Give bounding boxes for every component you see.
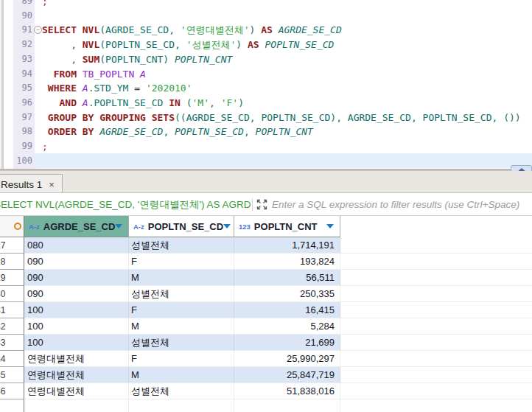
cell-popltn-se-cd[interactable]: M: [129, 270, 234, 285]
cell-agrde-se-cd[interactable]: 100: [24, 302, 129, 318]
cell-popltn-cnt[interactable]: 25,990,297: [234, 351, 340, 366]
column-header-label: POPLTN_CNT: [254, 221, 326, 232]
cell-popltn-cnt[interactable]: 21,699: [234, 335, 340, 350]
cell-popltn-se-cd[interactable]: 성별전체: [129, 237, 234, 253]
cell-popltn-cnt[interactable]: 250,335: [234, 286, 340, 301]
cell-agrde-se-cd[interactable]: 080: [24, 237, 129, 253]
sql-line[interactable]: 98 ORDER BY AGRDE_SE_CD, POPLTN_SE_CD, P…: [0, 125, 532, 139]
results-filter-bar: SELECT NVL(AGRDE_SE_CD, '연령대별전체') AS AGR…: [0, 193, 532, 216]
cell-agrde-se-cd[interactable]: 090: [24, 286, 129, 301]
column-header-label: POPLTN_SE_CD: [148, 221, 223, 232]
column-filter-dropdown-icon[interactable]: [223, 224, 231, 228]
results-grid: A-zAGRDE_SE_CDA-zPOPLTN_SE_CD123POPLTN_C…: [0, 216, 532, 412]
cell-popltn-cnt[interactable]: 25,847,719: [234, 367, 340, 383]
column-header-label: AGRDE_SE_CD: [43, 221, 116, 232]
row-filler: [340, 286, 532, 301]
row-filler: [340, 335, 532, 350]
results-tab-label: Results 1: [1, 179, 42, 190]
cell-popltn-se-cd[interactable]: F: [129, 351, 234, 366]
cell-popltn-se-cd[interactable]: F: [129, 254, 234, 269]
sql-code-text: ORDER BY AGRDE_SE_CD, POPLTN_SE_CD, POPL…: [42, 125, 313, 139]
executed-query-text-clip: SELECT NVL(AGRDE_SE_CD, '연령대별전체') AS AGR…: [0, 198, 251, 212]
cell-popltn-se-cd[interactable]: M: [129, 318, 234, 334]
table-row: 34연령대별전체F25,990,297: [0, 351, 532, 367]
row-number-cell[interactable]: 35: [0, 367, 24, 383]
sql-code-text: AND A.POPLTN_SE_CD IN ('M', 'F'): [42, 96, 244, 111]
empty-cell: [24, 399, 129, 412]
sql-line[interactable]: 89;: [0, 0, 532, 9]
alpha-type-icon: A-z: [133, 223, 144, 231]
column-filter-dropdown-icon[interactable]: [115, 224, 122, 228]
sql-line[interactable]: 97 GROUP BY GROUPING SETS((AGRDE_SE_CD, …: [0, 111, 532, 125]
dbeaver-sql-editor-window: 89;9091SELECT NVL(AGRDE_SE_CD, '연령대별전체')…: [0, 0, 532, 412]
sql-line[interactable]: 93 , SUM(POPLTN_CNT) POPLTN_CNT: [0, 52, 532, 67]
results-tab-bar: Results 1 ×: [0, 171, 532, 193]
sql-line[interactable]: 91SELECT NVL(AGRDE_SE_CD, '연령대별전체') AS A…: [0, 23, 532, 38]
sql-line[interactable]: 96 AND A.POPLTN_SE_CD IN ('M', 'F'): [0, 96, 532, 111]
table-row: 32100M5,284: [0, 318, 532, 335]
executed-query-text: SELECT NVL(AGRDE_SE_CD, '연령대별전체') AS AGR…: [0, 198, 251, 212]
cell-popltn-cnt[interactable]: 56,511: [234, 270, 340, 285]
row-filler: [340, 318, 532, 334]
row-number-cell[interactable]: 32: [0, 318, 24, 335]
cell-popltn-se-cd[interactable]: 성별전체: [129, 383, 234, 399]
column-header-popltn_se_cd[interactable]: A-zPOPLTN_SE_CD: [129, 216, 234, 237]
tab-results-1[interactable]: Results 1 ×: [0, 174, 63, 193]
cell-popltn-se-cd[interactable]: M: [129, 367, 234, 383]
cell-popltn-cnt[interactable]: 5,284: [234, 318, 340, 334]
line-number: 92: [0, 38, 32, 52]
sql-code-text: , SUM(POPLTN_CNT) POPLTN_CNT: [42, 52, 232, 67]
column-header-agrde_se_cd[interactable]: A-zAGRDE_SE_CD: [24, 216, 129, 237]
cell-popltn-cnt[interactable]: 51,838,016: [234, 383, 340, 399]
sql-line[interactable]: 95 WHERE A.STD_YM = '202010': [0, 81, 532, 96]
grid-header-row: A-zAGRDE_SE_CDA-zPOPLTN_SE_CD123POPLTN_C…: [0, 216, 532, 237]
table-row: 30090성별전체250,335: [0, 286, 532, 302]
record-ring-icon: [14, 223, 21, 230]
expand-filter-icon[interactable]: [256, 198, 268, 211]
column-filter-dropdown-icon[interactable]: [326, 224, 334, 228]
row-filler: [340, 254, 532, 269]
fold-collapse-icon[interactable]: −: [34, 26, 42, 34]
empty-row: [0, 399, 532, 412]
cell-agrde-se-cd[interactable]: 090: [24, 270, 129, 285]
sql-editor[interactable]: 89;9091SELECT NVL(AGRDE_SE_CD, '연령대별전체')…: [0, 0, 532, 169]
row-number-cell[interactable]: 28: [0, 254, 24, 270]
line-number: 98: [0, 125, 32, 139]
row-filler: [340, 302, 532, 318]
cell-popltn-se-cd[interactable]: 성별전체: [129, 335, 234, 350]
line-number: 96: [0, 96, 32, 111]
grid-corner-cell[interactable]: [0, 216, 24, 237]
cell-popltn-cnt[interactable]: 16,415: [234, 302, 340, 318]
row-number-cell[interactable]: 30: [0, 286, 24, 302]
cell-popltn-cnt[interactable]: 193,824: [234, 254, 340, 269]
row-number-cell[interactable]: 31: [0, 302, 24, 318]
sql-line[interactable]: 94 FROM TB_POPLTN A: [0, 67, 532, 82]
row-number-cell[interactable]: 34: [0, 351, 24, 367]
cell-popltn-cnt[interactable]: 1,714,191: [234, 237, 340, 253]
cell-agrde-se-cd[interactable]: 090: [24, 254, 129, 269]
cell-popltn-se-cd[interactable]: F: [129, 302, 234, 318]
cell-agrde-se-cd[interactable]: 연령대별전체: [24, 367, 129, 383]
sql-line[interactable]: 99;: [0, 139, 532, 154]
cell-agrde-se-cd[interactable]: 100: [24, 318, 129, 334]
cell-popltn-se-cd[interactable]: 성별전체: [129, 286, 234, 301]
row-number-cell[interactable]: 29: [0, 270, 24, 286]
column-header-popltn_cnt[interactable]: 123POPLTN_CNT: [234, 216, 340, 237]
sql-line[interactable]: 90: [0, 9, 532, 24]
sql-code-lines[interactable]: 89;9091SELECT NVL(AGRDE_SE_CD, '연령대별전체')…: [0, 0, 532, 168]
row-filler: [340, 367, 532, 383]
sql-line[interactable]: 92 , NVL(POPLTN_SE_CD, '성별전체') AS POPLTN…: [0, 38, 532, 52]
sql-code-text: GROUP BY GROUPING SETS((AGRDE_SE_CD, POP…: [42, 111, 521, 125]
cell-agrde-se-cd[interactable]: 연령대별전체: [24, 383, 129, 399]
sql-code-text: , NVL(POPLTN_SE_CD, '성별전체') AS POPLTN_SE…: [42, 38, 334, 52]
cell-agrde-se-cd[interactable]: 연령대별전체: [24, 351, 129, 366]
row-filler: [340, 270, 532, 285]
sql-line[interactable]: 100: [0, 154, 532, 169]
close-icon[interactable]: ×: [49, 180, 55, 189]
table-row: 36연령대별전체성별전체51,838,016: [0, 383, 532, 399]
row-number-cell[interactable]: 27: [0, 237, 24, 254]
row-number-cell[interactable]: 33: [0, 335, 24, 351]
cell-agrde-se-cd[interactable]: 100: [24, 335, 129, 350]
row-number-cell[interactable]: 36: [0, 383, 24, 399]
filter-input[interactable]: [272, 199, 532, 210]
